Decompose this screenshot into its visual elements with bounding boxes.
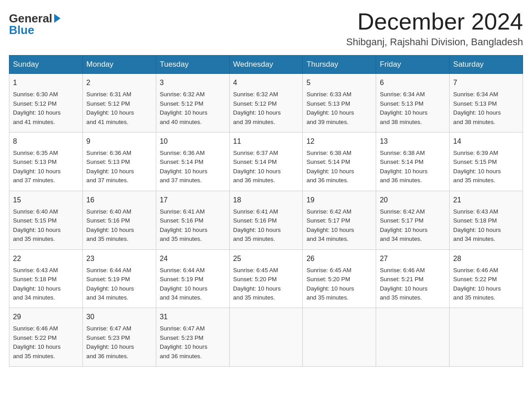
day-number: 24 <box>160 253 226 264</box>
main-title: December 2024 <box>346 9 523 34</box>
day-info: Sunrise: 6:45 AMSunset: 5:20 PMDaylight:… <box>306 266 372 303</box>
calendar-week-row: 22Sunrise: 6:43 AMSunset: 5:18 PMDayligh… <box>9 249 523 308</box>
calendar-day-cell: 18Sunrise: 6:41 AMSunset: 5:16 PMDayligh… <box>229 191 303 249</box>
day-number: 12 <box>306 136 372 147</box>
calendar-day-cell: 14Sunrise: 6:39 AMSunset: 5:15 PMDayligh… <box>450 133 523 191</box>
calendar-day-cell: 15Sunrise: 6:40 AMSunset: 5:15 PMDayligh… <box>9 191 83 249</box>
day-number: 9 <box>86 136 152 147</box>
day-number: 10 <box>160 136 226 147</box>
weekday-header-friday: Friday <box>376 56 450 74</box>
calendar-empty-cell <box>376 308 450 367</box>
calendar-day-cell: 23Sunrise: 6:44 AMSunset: 5:19 PMDayligh… <box>82 249 156 308</box>
day-info: Sunrise: 6:42 AMSunset: 5:17 PMDaylight:… <box>306 207 372 244</box>
calendar-day-cell: 6Sunrise: 6:34 AMSunset: 5:13 PMDaylight… <box>376 74 450 133</box>
calendar-day-cell: 2Sunrise: 6:31 AMSunset: 5:12 PMDaylight… <box>82 74 156 133</box>
day-info: Sunrise: 6:30 AMSunset: 5:12 PMDaylight:… <box>13 90 79 127</box>
day-number: 4 <box>233 77 299 88</box>
day-number: 8 <box>13 136 79 147</box>
calendar-empty-cell <box>450 308 523 367</box>
day-info: Sunrise: 6:40 AMSunset: 5:15 PMDaylight:… <box>13 207 79 244</box>
day-info: Sunrise: 6:34 AMSunset: 5:13 PMDaylight:… <box>453 90 519 127</box>
day-number: 6 <box>380 77 446 88</box>
day-info: Sunrise: 6:38 AMSunset: 5:14 PMDaylight:… <box>306 149 372 185</box>
calendar-day-cell: 27Sunrise: 6:46 AMSunset: 5:21 PMDayligh… <box>376 249 450 308</box>
day-info: Sunrise: 6:37 AMSunset: 5:14 PMDaylight:… <box>233 149 299 185</box>
day-number: 16 <box>86 195 152 206</box>
day-info: Sunrise: 6:31 AMSunset: 5:12 PMDaylight:… <box>86 90 152 127</box>
calendar-day-cell: 30Sunrise: 6:47 AMSunset: 5:23 PMDayligh… <box>82 308 156 367</box>
calendar-week-row: 29Sunrise: 6:46 AMSunset: 5:22 PMDayligh… <box>9 308 523 367</box>
day-info: Sunrise: 6:32 AMSunset: 5:12 PMDaylight:… <box>233 90 299 127</box>
day-info: Sunrise: 6:46 AMSunset: 5:21 PMDaylight:… <box>380 266 446 303</box>
title-area: December 2024 Shibganj, Rajshahi Divisio… <box>346 9 523 48</box>
calendar-day-cell: 13Sunrise: 6:38 AMSunset: 5:14 PMDayligh… <box>376 133 450 191</box>
day-number: 21 <box>453 195 519 206</box>
day-number: 28 <box>453 253 519 264</box>
calendar-day-cell: 10Sunrise: 6:36 AMSunset: 5:14 PMDayligh… <box>156 133 229 191</box>
day-number: 20 <box>380 195 446 206</box>
day-info: Sunrise: 6:36 AMSunset: 5:14 PMDaylight:… <box>160 149 226 185</box>
calendar-day-cell: 12Sunrise: 6:38 AMSunset: 5:14 PMDayligh… <box>303 133 376 191</box>
day-number: 2 <box>86 77 152 88</box>
weekday-header-monday: Monday <box>82 56 156 74</box>
calendar-day-cell: 31Sunrise: 6:47 AMSunset: 5:23 PMDayligh… <box>156 308 229 367</box>
calendar-day-cell: 29Sunrise: 6:46 AMSunset: 5:22 PMDayligh… <box>9 308 83 367</box>
day-info: Sunrise: 6:45 AMSunset: 5:20 PMDaylight:… <box>233 266 299 303</box>
day-info: Sunrise: 6:35 AMSunset: 5:13 PMDaylight:… <box>13 149 79 185</box>
day-info: Sunrise: 6:41 AMSunset: 5:16 PMDaylight:… <box>160 207 226 244</box>
day-info: Sunrise: 6:39 AMSunset: 5:15 PMDaylight:… <box>453 149 519 185</box>
day-info: Sunrise: 6:47 AMSunset: 5:23 PMDaylight:… <box>160 324 226 361</box>
subtitle: Shibganj, Rajshahi Division, Bangladesh <box>346 36 523 48</box>
day-info: Sunrise: 6:41 AMSunset: 5:16 PMDaylight:… <box>233 207 299 244</box>
day-info: Sunrise: 6:47 AMSunset: 5:23 PMDaylight:… <box>86 324 152 361</box>
day-number: 3 <box>160 77 226 88</box>
day-info: Sunrise: 6:42 AMSunset: 5:17 PMDaylight:… <box>380 207 446 244</box>
day-number: 18 <box>233 195 299 206</box>
logo-general-text: General <box>9 13 52 24</box>
weekday-header-row: SundayMondayTuesdayWednesdayThursdayFrid… <box>9 56 523 74</box>
day-info: Sunrise: 6:43 AMSunset: 5:18 PMDaylight:… <box>453 207 519 244</box>
weekday-header-tuesday: Tuesday <box>156 56 229 74</box>
calendar-day-cell: 4Sunrise: 6:32 AMSunset: 5:12 PMDaylight… <box>229 74 303 133</box>
weekday-header-wednesday: Wednesday <box>229 56 303 74</box>
day-info: Sunrise: 6:34 AMSunset: 5:13 PMDaylight:… <box>380 90 446 127</box>
calendar-empty-cell <box>229 308 303 367</box>
day-number: 13 <box>380 136 446 147</box>
day-info: Sunrise: 6:40 AMSunset: 5:16 PMDaylight:… <box>86 207 152 244</box>
logo-blue-text: Blue <box>9 24 34 36</box>
calendar-day-cell: 20Sunrise: 6:42 AMSunset: 5:17 PMDayligh… <box>376 191 450 249</box>
calendar-day-cell: 17Sunrise: 6:41 AMSunset: 5:16 PMDayligh… <box>156 191 229 249</box>
day-number: 27 <box>380 253 446 264</box>
day-number: 17 <box>160 195 226 206</box>
calendar-day-cell: 8Sunrise: 6:35 AMSunset: 5:13 PMDaylight… <box>9 133 83 191</box>
logo: General Blue <box>9 9 60 36</box>
page-header: General Blue December 2024 Shibganj, Raj… <box>9 9 523 48</box>
day-info: Sunrise: 6:44 AMSunset: 5:19 PMDaylight:… <box>160 266 226 303</box>
calendar-day-cell: 22Sunrise: 6:43 AMSunset: 5:18 PMDayligh… <box>9 249 83 308</box>
day-number: 26 <box>306 253 372 264</box>
day-info: Sunrise: 6:46 AMSunset: 5:22 PMDaylight:… <box>453 266 519 303</box>
day-number: 31 <box>160 312 226 322</box>
calendar-week-row: 15Sunrise: 6:40 AMSunset: 5:15 PMDayligh… <box>9 191 523 249</box>
calendar-day-cell: 21Sunrise: 6:43 AMSunset: 5:18 PMDayligh… <box>450 191 523 249</box>
day-number: 25 <box>233 253 299 264</box>
day-number: 11 <box>233 136 299 147</box>
calendar-week-row: 8Sunrise: 6:35 AMSunset: 5:13 PMDaylight… <box>9 133 523 191</box>
day-info: Sunrise: 6:32 AMSunset: 5:12 PMDaylight:… <box>160 90 226 127</box>
day-number: 29 <box>13 312 79 322</box>
day-number: 5 <box>306 77 372 88</box>
calendar-day-cell: 24Sunrise: 6:44 AMSunset: 5:19 PMDayligh… <box>156 249 229 308</box>
day-number: 15 <box>13 195 79 206</box>
calendar-day-cell: 3Sunrise: 6:32 AMSunset: 5:12 PMDaylight… <box>156 74 229 133</box>
day-info: Sunrise: 6:43 AMSunset: 5:18 PMDaylight:… <box>13 266 79 303</box>
calendar-day-cell: 25Sunrise: 6:45 AMSunset: 5:20 PMDayligh… <box>229 249 303 308</box>
day-number: 30 <box>86 312 152 322</box>
weekday-header-thursday: Thursday <box>303 56 376 74</box>
calendar-day-cell: 16Sunrise: 6:40 AMSunset: 5:16 PMDayligh… <box>82 191 156 249</box>
calendar-table: SundayMondayTuesdayWednesdayThursdayFrid… <box>9 55 523 367</box>
day-info: Sunrise: 6:46 AMSunset: 5:22 PMDaylight:… <box>13 324 79 361</box>
day-info: Sunrise: 6:38 AMSunset: 5:14 PMDaylight:… <box>380 149 446 185</box>
calendar-day-cell: 7Sunrise: 6:34 AMSunset: 5:13 PMDaylight… <box>450 74 523 133</box>
calendar-day-cell: 28Sunrise: 6:46 AMSunset: 5:22 PMDayligh… <box>450 249 523 308</box>
day-number: 1 <box>13 77 79 88</box>
